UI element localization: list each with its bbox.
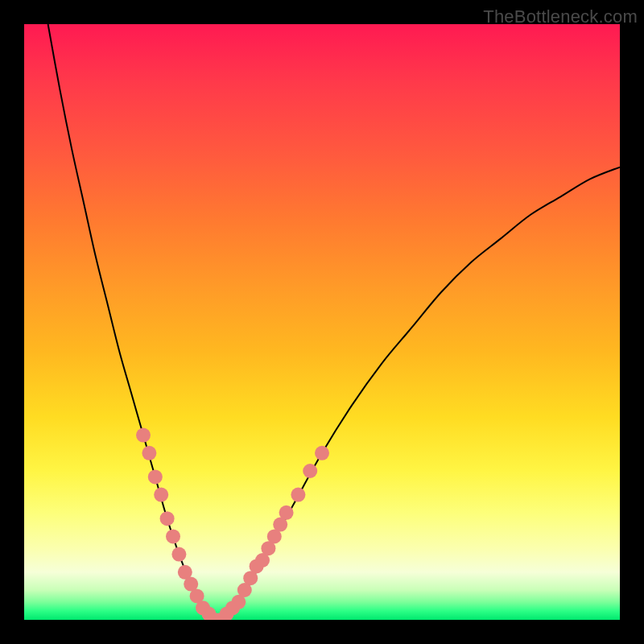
data-marker xyxy=(315,446,329,460)
data-marker xyxy=(160,511,175,526)
outer-frame: TheBottleneck.com xyxy=(0,0,644,644)
data-marker xyxy=(291,488,305,502)
chart-svg xyxy=(24,24,620,620)
data-marker xyxy=(279,506,294,520)
watermark-text: TheBottleneck.com xyxy=(483,6,638,27)
curve-layer xyxy=(48,24,620,620)
data-marker xyxy=(136,428,151,443)
bottleneck-curve xyxy=(48,24,620,620)
data-marker xyxy=(166,529,180,543)
data-marker xyxy=(303,464,317,478)
marker-layer xyxy=(136,428,329,620)
data-marker xyxy=(142,446,156,460)
plot-area xyxy=(24,24,620,620)
data-marker xyxy=(171,547,186,562)
data-marker xyxy=(148,469,163,484)
data-marker xyxy=(154,488,168,502)
